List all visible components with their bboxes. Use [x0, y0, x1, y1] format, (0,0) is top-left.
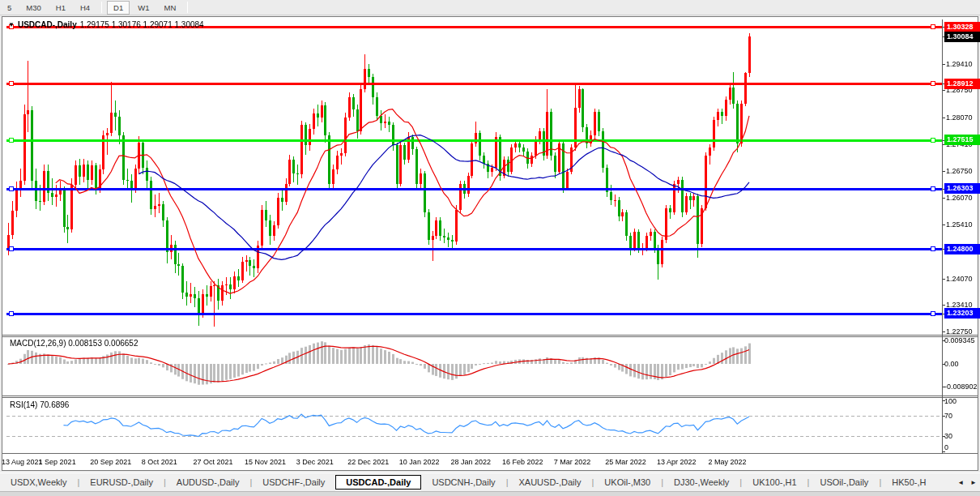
price-level-badge: 1.26303 [944, 183, 980, 194]
price-axis-tick: 1.26750 [946, 167, 980, 176]
price-axis-tick: 1.29410 [946, 60, 980, 69]
rsi-indicator-label: RSI(14) 70.6896 [10, 400, 69, 409]
date-axis-label: 13 Apr 2022 [657, 458, 697, 466]
price-level-badge: 1.24800 [944, 244, 980, 254]
date-axis-label: 2 May 2022 [709, 458, 747, 466]
price-level-badge: 1.28912 [944, 79, 980, 89]
rsi-axis-label: 0 [944, 443, 980, 452]
chart-symbol-label: USDCAD-,Daily [18, 20, 77, 29]
price-level-badge: 1.30084 [944, 32, 980, 42]
price-axis-tick: 1.26070 [946, 194, 980, 203]
panel-separator[interactable] [2, 335, 978, 336]
chart-dropdown-icon[interactable]: ▼ [8, 21, 15, 28]
axis-border-line [942, 19, 943, 454]
price-level-badge: 1.23203 [944, 308, 980, 319]
rsi-axis-label: 100 [944, 397, 980, 406]
date-axis-label: 15 Nov 2021 [245, 458, 286, 466]
price-axis-tick: 1.24070 [946, 275, 980, 284]
panel-separator[interactable] [2, 396, 978, 396]
trading-terminal: 5M30H1H4D1W1MN ▼ USDCAD-,Daily 1.29175 1… [0, 0, 980, 496]
date-axis-label: 7 Mar 2022 [554, 458, 591, 466]
price-level-badge: 1.30328 [944, 22, 980, 32]
price-level-badge: 1.27515 [944, 135, 980, 145]
panel-separator[interactable] [2, 397, 978, 398]
price-axis-tick: 1.28070 [946, 113, 980, 122]
date-axis-label: 1 Sep 2021 [39, 458, 76, 466]
macd-axis-label: 0.009345 [944, 336, 980, 345]
date-axis-label: 8 Oct 2021 [142, 458, 177, 466]
panel-separator [2, 453, 978, 454]
date-axis-label: 27 Oct 2021 [193, 458, 232, 466]
date-axis-label: 16 Feb 2022 [502, 458, 543, 466]
date-axis-label: 25 Mar 2022 [605, 458, 646, 466]
macd-indicator-label: MACD(12,26,9) 0.008153 0.006652 [10, 339, 138, 348]
date-axis-label: 10 Jan 2022 [399, 458, 440, 466]
date-axis-label: 28 Jan 2022 [450, 458, 491, 466]
panel-separator[interactable] [2, 336, 978, 337]
price-chart-canvas[interactable] [0, 0, 980, 496]
chart-ohlc-values: 1.29175 1.30176 1.29071 1.30084 [80, 20, 204, 29]
date-axis-label: 22 Dec 2021 [347, 458, 389, 466]
chart-title: ▼ USDCAD-,Daily 1.29175 1.30176 1.29071 … [8, 20, 204, 29]
date-axis-label: 3 Dec 2021 [296, 458, 334, 466]
macd-axis-label: -0.008902 [944, 383, 980, 391]
rsi-axis-label: 30 [944, 432, 980, 441]
date-axis-label: 20 Sep 2021 [90, 458, 131, 466]
date-axis-label: 13 Aug 2021 [2, 458, 43, 466]
price-axis-tick: 1.25410 [946, 220, 980, 229]
macd-axis-label: 0.00 [944, 360, 980, 369]
rsi-axis-label: 70 [944, 412, 980, 421]
